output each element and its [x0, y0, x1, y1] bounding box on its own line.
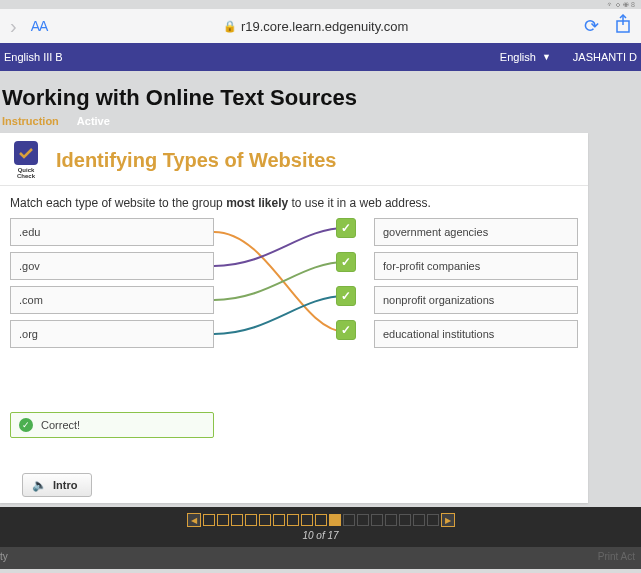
pager-box[interactable]	[399, 514, 411, 526]
instruction-pre: Match each type of website to the group	[10, 196, 226, 210]
right-item[interactable]: nonprofit organizations	[374, 286, 578, 314]
pager-box[interactable]	[427, 514, 439, 526]
pager-box[interactable]	[371, 514, 383, 526]
pager-box[interactable]	[315, 514, 327, 526]
pager-prev-button[interactable]: ◀	[187, 513, 201, 527]
status-bar: ᯤ ▢ ⦿ 8	[0, 0, 641, 9]
bottom-strip: ty Print Act	[0, 547, 641, 569]
chevron-down-icon: ▼	[542, 52, 551, 62]
left-item[interactable]: .edu	[10, 218, 214, 246]
pager-next-button[interactable]: ▶	[441, 513, 455, 527]
pager-box[interactable]	[245, 514, 257, 526]
correct-icon: ✓	[19, 418, 33, 432]
browser-toolbar: › AA 🔒 r19.core.learn.edgenuity.com ⟳	[0, 9, 641, 43]
pager-bar: ◀ ▶ 10 of 17	[0, 507, 641, 547]
pager-box[interactable]	[385, 514, 397, 526]
card-header: Quick Check Identifying Types of Website…	[0, 133, 588, 185]
activity-card: Quick Check Identifying Types of Website…	[0, 133, 588, 503]
quick-check-badge: Quick Check	[10, 141, 42, 179]
pager-box[interactable]	[203, 514, 215, 526]
left-column: .edu .gov .com .org	[10, 218, 214, 354]
check-icon: ✓	[336, 320, 356, 340]
left-item[interactable]: .gov	[10, 252, 214, 280]
page-header: Working with Online Text Sources Instruc…	[0, 71, 641, 133]
tab-active[interactable]: Active	[77, 115, 110, 127]
instruction-text: Match each type of website to the group …	[0, 185, 588, 218]
url-text: r19.core.learn.edgenuity.com	[241, 19, 408, 34]
matching-area: .edu .gov .com .org ✓ ✓ ✓ ✓ government a…	[0, 218, 588, 378]
right-column: government agencies for-profit companies…	[374, 218, 578, 354]
speaker-icon: 🔈	[31, 477, 47, 493]
pager-box[interactable]	[231, 514, 243, 526]
page-title: Working with Online Text Sources	[0, 85, 641, 111]
course-title: English III B	[4, 51, 500, 63]
check-icon: ✓	[336, 252, 356, 272]
pager-box[interactable]	[287, 514, 299, 526]
language-selector[interactable]: English ▼	[500, 51, 551, 63]
pager-boxes	[203, 514, 439, 526]
pager-box[interactable]	[413, 514, 425, 526]
pager-box[interactable]	[329, 514, 341, 526]
tab-instruction[interactable]: Instruction	[2, 115, 59, 127]
text-size-button[interactable]: AA	[31, 18, 48, 34]
intro-button[interactable]: 🔈 Intro	[22, 473, 92, 497]
instruction-bold: most likely	[226, 196, 288, 210]
check-icon	[14, 141, 38, 165]
left-item[interactable]: .com	[10, 286, 214, 314]
reload-icon[interactable]: ⟳	[584, 15, 599, 37]
pager-row: ◀ ▶	[187, 513, 455, 527]
check-icon: ✓	[336, 286, 356, 306]
forward-arrow-icon[interactable]: ›	[10, 15, 17, 38]
intro-label: Intro	[53, 479, 77, 491]
right-item[interactable]: educational institutions	[374, 320, 578, 348]
bottom-right-text[interactable]: Print Act	[598, 551, 635, 562]
status-icons: ᯤ ▢ ⦿ 8	[607, 1, 635, 8]
pager-box[interactable]	[259, 514, 271, 526]
pager-box[interactable]	[217, 514, 229, 526]
right-item[interactable]: for-profit companies	[374, 252, 578, 280]
check-column: ✓ ✓ ✓ ✓	[336, 218, 356, 354]
address-bar[interactable]: 🔒 r19.core.learn.edgenuity.com	[47, 19, 584, 34]
card-title: Identifying Types of Websites	[56, 149, 336, 172]
language-label: English	[500, 51, 536, 63]
instruction-post: to use it in a web address.	[288, 196, 431, 210]
check-icon: ✓	[336, 218, 356, 238]
bottom-left-text: ty	[0, 551, 8, 562]
left-item[interactable]: .org	[10, 320, 214, 348]
right-item[interactable]: government agencies	[374, 218, 578, 246]
feedback-box: ✓ Correct!	[10, 412, 214, 438]
share-icon[interactable]	[615, 14, 631, 39]
course-bar: English III B English ▼ JASHANTI D	[0, 43, 641, 71]
pager-box[interactable]	[343, 514, 355, 526]
feedback-text: Correct!	[41, 419, 80, 431]
pager-box[interactable]	[273, 514, 285, 526]
pager-box[interactable]	[301, 514, 313, 526]
pager-text: 10 of 17	[302, 530, 338, 541]
pager-box[interactable]	[357, 514, 369, 526]
quick-check-label: Quick Check	[10, 167, 42, 179]
user-name: JASHANTI D	[573, 51, 637, 63]
page-tabs: Instruction Active	[0, 115, 641, 127]
lock-icon: 🔒	[223, 20, 237, 33]
